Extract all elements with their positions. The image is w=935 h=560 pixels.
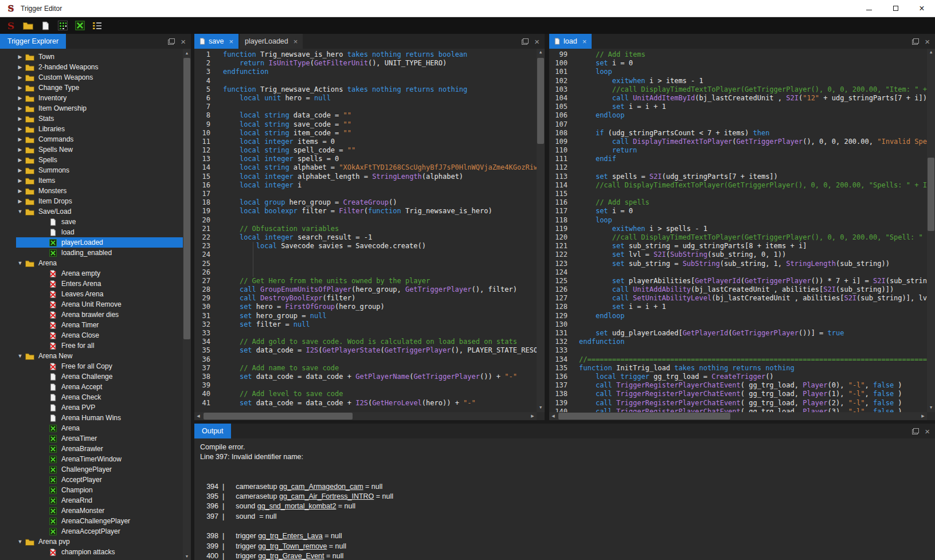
line-number[interactable]: 110 <box>549 146 568 155</box>
syntax-check-icon[interactable] <box>73 19 86 32</box>
tree-item-arena-human-wins[interactable]: Arena Human Wins <box>0 413 183 423</box>
line-number[interactable]: 5 <box>194 85 210 94</box>
scroll-down-arrow[interactable]: ▼ <box>927 404 935 412</box>
line-number[interactable]: 18 <box>194 198 210 207</box>
code-line[interactable]: // Add spells <box>579 198 927 207</box>
code-line[interactable]: call DestroyBoolExpr(filter) <box>223 294 537 303</box>
tab-playerloaded[interactable]: playerLoaded× <box>240 34 303 49</box>
line-number[interactable]: 13 <box>194 155 210 163</box>
tree-item-items[interactable]: ▶Items <box>0 175 183 186</box>
code-line[interactable]: endloop <box>579 312 927 320</box>
minimize-button[interactable] <box>856 0 882 17</box>
tree-item-monsters[interactable]: ▶Monsters <box>0 186 183 196</box>
code-line[interactable]: function Trig_newsave_is_hero takes noth… <box>223 50 537 59</box>
line-number-gutter[interactable]: 9910010110210310410510610710810911011111… <box>549 49 576 412</box>
code-line[interactable]: call TriggerRegisterPlayerChatEvent( gg_… <box>579 390 927 398</box>
line-number[interactable]: 33 <box>194 329 210 338</box>
code-line[interactable] <box>579 268 927 277</box>
output-line-number[interactable]: 394 <box>200 483 218 491</box>
code-line[interactable]: local integer alphabet_length = StringLe… <box>223 173 537 181</box>
code-area[interactable]: function Trig_newsave_is_hero takes noth… <box>223 49 537 412</box>
line-number[interactable]: 104 <box>549 94 568 103</box>
open-map-icon[interactable] <box>22 19 34 32</box>
tree-item-arenatimer[interactable]: ArenaTimer <box>0 433 183 444</box>
line-number[interactable]: 121 <box>549 242 568 250</box>
code-line[interactable]: // Add gold to save code. Wood is calcul… <box>223 338 537 346</box>
line-number[interactable]: 14 <box>194 163 210 172</box>
output-line-number[interactable]: 396 <box>200 502 218 510</box>
tree-item-spells[interactable]: ▶Spells <box>0 155 183 165</box>
code-line[interactable]: set data_code = data_code + GetPlayerNam… <box>223 373 537 381</box>
line-number[interactable]: 105 <box>549 103 568 111</box>
variables-icon[interactable] <box>91 19 103 32</box>
code-line[interactable]: function InitTrig_load takes nothing ret… <box>579 364 927 373</box>
chevron-down-icon[interactable]: ▼ <box>16 209 24 214</box>
line-number[interactable]: 15 <box>194 173 210 181</box>
tree-item-change-type[interactable]: ▶Change Type <box>0 83 183 93</box>
line-number[interactable]: 114 <box>549 181 568 190</box>
line-number[interactable]: 106 <box>549 111 568 120</box>
tree-item-arena-check[interactable]: Arena Check <box>0 392 183 402</box>
tree-item-leaves-arena[interactable]: Leaves Arena <box>0 289 183 299</box>
editor-horizontal-scrollbar[interactable]: ◀ ▶ <box>194 412 537 420</box>
code-line[interactable]: local string save_code = "" <box>223 120 537 129</box>
line-number[interactable]: 115 <box>549 190 568 198</box>
line-number[interactable]: 135 <box>549 364 568 373</box>
code-line[interactable]: local trigger gg_trg_load = CreateTrigge… <box>579 373 927 381</box>
code-line[interactable] <box>223 268 537 277</box>
line-number[interactable]: 36 <box>194 355 210 364</box>
line-number[interactable]: 22 <box>194 233 210 242</box>
tree-item-stats[interactable]: ▶Stats <box>0 113 183 124</box>
code-line[interactable] <box>223 260 537 268</box>
code-line[interactable]: set i = i + 1 <box>579 103 927 111</box>
line-number[interactable]: 111 <box>549 155 568 163</box>
code-editor[interactable]: 1234567891011121314151617181920212223242… <box>194 49 545 412</box>
tree-item-enters-arena[interactable]: Enters Arena <box>0 279 183 289</box>
code-line[interactable]: set data_code = I2S(GetPlayerState(GetTr… <box>223 346 537 355</box>
code-line[interactable] <box>579 190 927 198</box>
tree-item-loading-enabled[interactable]: loading_enabled <box>0 248 183 258</box>
close-panel-icon[interactable]: × <box>534 37 539 46</box>
code-line[interactable]: local integer search_result = -1 <box>223 233 537 242</box>
scroll-right-arrow[interactable]: ▶ <box>529 412 537 420</box>
code-line[interactable]: local integer spells = 0 <box>223 155 537 163</box>
tree-item-champion-attacks[interactable]: champion attacks <box>0 547 183 557</box>
code-line[interactable]: call TriggerRegisterPlayerChatEvent( gg_… <box>579 399 927 408</box>
line-number[interactable]: 6 <box>194 94 210 103</box>
line-number[interactable]: 34 <box>194 338 210 346</box>
tab-load[interactable]: load× <box>549 34 592 49</box>
line-number[interactable]: 40 <box>194 390 210 398</box>
tree-item-commands[interactable]: ▶Commands <box>0 134 183 144</box>
line-number[interactable]: 29 <box>194 294 210 303</box>
line-number[interactable]: 38 <box>194 373 210 381</box>
code-line[interactable]: exitwhen i > spells - 1 <box>579 225 927 233</box>
chevron-right-icon[interactable]: ▶ <box>16 64 24 70</box>
code-line[interactable]: loop <box>579 216 927 225</box>
code-line[interactable]: endfunction <box>223 68 537 76</box>
code-line[interactable]: call UnitAddItemById(bj_lastCreatedUnit … <box>579 94 927 103</box>
chevron-right-icon[interactable]: ▶ <box>16 157 24 163</box>
tab-close-icon[interactable]: × <box>229 38 233 45</box>
line-number[interactable]: 117 <box>549 207 568 216</box>
code-line[interactable] <box>579 163 927 172</box>
code-line[interactable]: // Obfuscation variables <box>223 225 537 233</box>
line-number[interactable]: 26 <box>194 268 210 277</box>
tree-item-item-drops[interactable]: ▶Item Drops <box>0 196 183 206</box>
output-identifier-link[interactable]: gg_cam_Air_Fortress_INTRO <box>279 492 374 500</box>
line-number[interactable]: 109 <box>549 138 568 146</box>
chevron-right-icon[interactable]: ▶ <box>16 95 24 101</box>
chevron-right-icon[interactable]: ▶ <box>16 54 24 60</box>
code-line[interactable]: endif <box>579 155 927 163</box>
tree-item-arena-timer[interactable]: Arena Timer <box>0 320 183 330</box>
code-line[interactable]: local integer i <box>223 181 537 190</box>
line-number[interactable]: 37 <box>194 364 210 373</box>
scrollbar-thumb[interactable] <box>537 58 544 144</box>
chevron-down-icon[interactable]: ▼ <box>16 353 24 359</box>
code-line[interactable] <box>223 77 537 85</box>
code-line[interactable]: local integer items = 0 <box>223 138 537 146</box>
line-number[interactable]: 138 <box>549 390 568 398</box>
tree-item-challengeplayer[interactable]: ChallengePlayer <box>0 464 183 475</box>
tree-item-arena-new[interactable]: ▼Arena New <box>0 351 183 361</box>
code-line[interactable]: call SetUnitAbilityLevel(bj_lastCreatedU… <box>579 294 927 303</box>
line-number[interactable]: 20 <box>194 216 210 225</box>
